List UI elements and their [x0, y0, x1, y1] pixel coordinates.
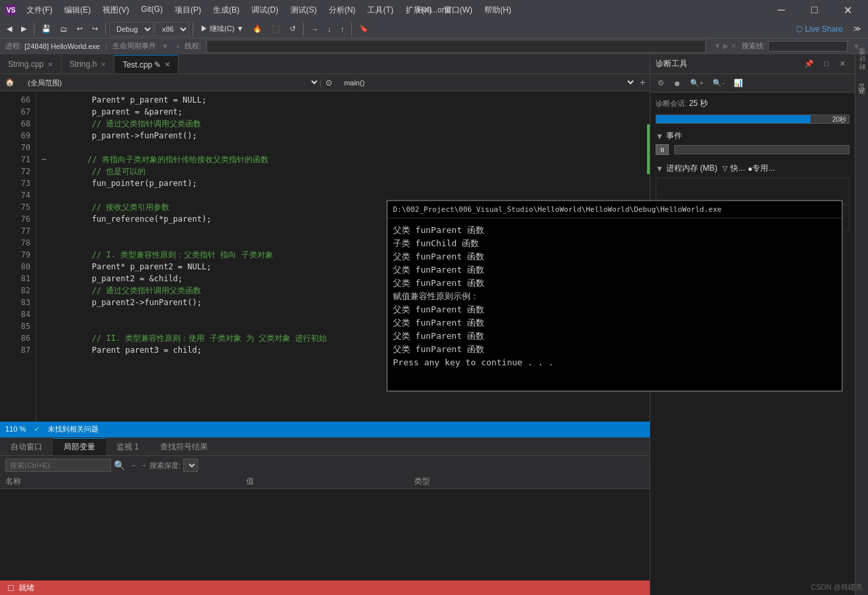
live-share-button[interactable]: ⬡ Live Share	[791, 23, 848, 35]
line-num-75: 75	[0, 201, 30, 213]
process-bar: 进程: [24848] HelloWorld.exe | 生命周期事件 ▼ • …	[0, 38, 868, 54]
timeline-label: 20秒	[832, 115, 846, 124]
line-num-84: 84	[0, 308, 30, 320]
expand-nav-button[interactable]: +	[636, 77, 650, 89]
line-num-77: 77	[0, 225, 30, 237]
line-num-78: 78	[0, 237, 30, 249]
menu-item-e[interactable]: 编辑(E)	[59, 2, 96, 19]
line-num-68: 68	[0, 118, 30, 130]
side-tab-3[interactable]: 时	[856, 73, 868, 78]
toolbar-separator-2	[105, 23, 106, 36]
diag-close-button[interactable]: ✕	[836, 58, 849, 69]
code-line-71: ─ // 将指向子类对象的指针传给接收父类指针的函数	[42, 154, 644, 165]
bottom-tab-监视1[interactable]: 监视 1	[106, 439, 150, 455]
search-depth-dropdown[interactable]	[183, 459, 198, 472]
menu-item-b[interactable]: 生成(B)	[208, 2, 245, 19]
status-icon: □	[8, 582, 13, 593]
close-button[interactable]: ✕	[832, 0, 863, 20]
step-out-button[interactable]: ↑	[337, 24, 349, 34]
platform-dropdown[interactable]: x86	[155, 22, 189, 36]
fire-button[interactable]: 🔥	[249, 23, 266, 34]
back-button[interactable]: ◀	[3, 23, 16, 34]
debug-config-dropdown[interactable]: Debug	[109, 22, 153, 36]
undo-button[interactable]: ↩	[73, 23, 87, 34]
menu-item-n[interactable]: 分析(N)	[324, 2, 361, 19]
code-line-68: // 通过父类指针调用父类函数	[42, 118, 644, 130]
tab-stringcpp[interactable]: String.cpp✕	[0, 55, 62, 73]
menu-item-t[interactable]: 工具(T)	[362, 2, 398, 19]
maximize-button[interactable]: □	[799, 0, 830, 20]
redo-button[interactable]: ↪	[88, 23, 102, 34]
close-tab-test.cpp[interactable]: ✕	[165, 61, 170, 68]
locals-search-input[interactable]	[5, 459, 111, 472]
diag-zoom-out-button[interactable]: 🔍-	[709, 77, 728, 89]
status-message: 未找到相关问题	[48, 424, 99, 434]
thread-label: 线程:	[185, 41, 201, 51]
diag-zoom-in-button[interactable]: 🔍+	[687, 77, 707, 89]
tab-stringh[interactable]: String.h✕	[62, 55, 114, 73]
session-label: 诊断会话:	[656, 99, 687, 107]
events-section-header[interactable]: ▼ 事件	[656, 129, 849, 143]
diag-pin-button[interactable]: 📌	[801, 58, 818, 69]
menu-item-gitg[interactable]: Git(G)	[136, 2, 168, 19]
close-tab-string.cpp[interactable]: ✕	[48, 61, 53, 68]
filter-icon: ▽	[722, 165, 728, 172]
tab-testcpp[interactable]: Test.cpp ✎✕	[114, 55, 179, 73]
search-input[interactable]	[768, 41, 847, 52]
more-button[interactable]: ≫	[849, 23, 865, 34]
function-dropdown[interactable]: main()	[336, 74, 636, 91]
menu-item-d[interactable]: 调试(D)	[246, 2, 284, 19]
events-pause-button[interactable]: ⏸	[656, 144, 669, 155]
line-num-81: 81	[0, 273, 30, 285]
line-num-76: 76	[0, 213, 30, 225]
toolbar-separator-5	[351, 23, 352, 36]
scope-dropdown[interactable]: (全局范围)	[20, 74, 320, 91]
side-tab-2[interactable]: 计	[856, 65, 868, 70]
step-into-button[interactable]: ↓	[324, 24, 335, 34]
diag-settings-button[interactable]: ⚙	[654, 77, 668, 89]
side-tab-git[interactable]: Git	[857, 81, 867, 95]
diag-float-button[interactable]: □	[820, 58, 833, 69]
continue-button[interactable]: ▶ 继续(C) ▼	[196, 23, 247, 35]
console-line: 父类 funParent 函数	[393, 330, 836, 343]
menu-item-p[interactable]: 项目(P)	[169, 2, 206, 19]
menu-item-h[interactable]: 帮助(H)	[479, 2, 517, 19]
col-type: 类型	[409, 475, 650, 489]
side-tab-4[interactable]: 测	[856, 97, 868, 103]
svg-text:VS: VS	[7, 7, 16, 14]
menu-item-f[interactable]: 文件(F)	[21, 2, 58, 19]
close-tab-string.h[interactable]: ✕	[101, 61, 106, 68]
diag-record-button[interactable]: ⏺	[670, 78, 684, 89]
toolbar-separator-4	[303, 23, 304, 36]
bookmarks-button[interactable]: 🔖	[355, 23, 372, 34]
window-title: Hell...orld	[417, 5, 451, 15]
restart-button[interactable]: ↺	[286, 23, 300, 34]
console-content: 父类 funParent 函数子类 funChild 函数父类 funParen…	[388, 218, 842, 390]
bottom-tab-自动窗口[interactable]: 自动窗口	[0, 439, 53, 455]
line-num-87: 87	[0, 344, 30, 356]
dot-used: ●	[748, 164, 752, 173]
stop-button[interactable]: ⬛	[267, 23, 284, 34]
save-button[interactable]: 💾	[38, 23, 55, 34]
line-num-79: 79	[0, 249, 30, 261]
collapse-icon[interactable]: ─	[42, 154, 46, 165]
forward-button[interactable]: ▶	[17, 23, 30, 34]
bottom-tab-局部变量[interactable]: 局部变量	[53, 438, 106, 455]
console-line: 父类 funParent 函数	[393, 224, 836, 237]
line-num-69: 69	[0, 130, 30, 142]
live-share-label: Live Share	[805, 24, 843, 34]
bottom-status-bar: □ 就绪	[0, 580, 650, 595]
step-over-button[interactable]: →	[307, 24, 322, 34]
bottom-tab-查找符号结果[interactable]: 查找符号结果	[150, 439, 218, 455]
save-all-button[interactable]: 🗂	[56, 24, 71, 34]
line-num-67: 67	[0, 106, 30, 118]
menu-item-s[interactable]: 测试(S)	[285, 2, 322, 19]
console-line: 父类 funParent 函数	[393, 250, 836, 263]
console-title: D:\002_Project\006_Visual_Studio\HelloWo…	[388, 201, 842, 218]
menu-item-v[interactable]: 视图(V)	[97, 2, 134, 19]
side-tab-1[interactable]: 需	[856, 57, 868, 62]
memory-section-header[interactable]: ▼ 进程内存 (MB) ▽ 快... ● 专用...	[656, 161, 849, 175]
minimize-button[interactable]: ─	[766, 0, 797, 20]
memory-collapse-icon: ▼	[656, 164, 664, 173]
diag-chart-button[interactable]: 📊	[730, 77, 746, 89]
